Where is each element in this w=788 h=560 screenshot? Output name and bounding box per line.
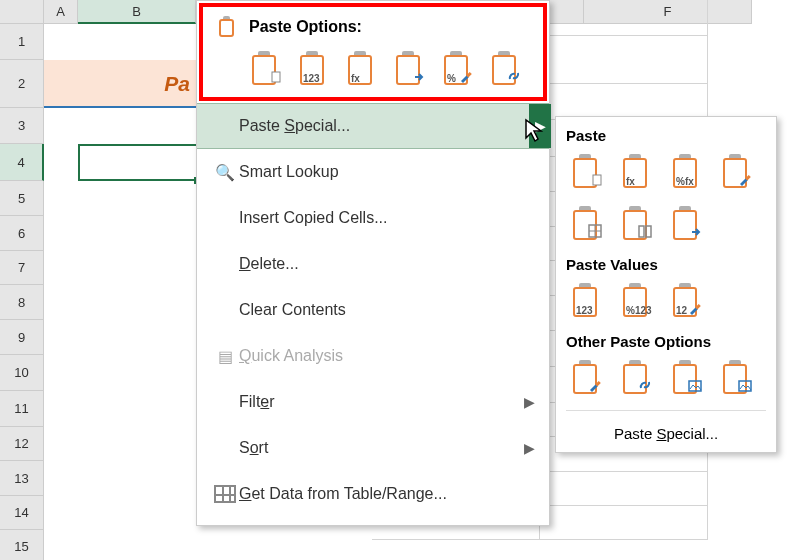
select-all-corner[interactable] [0,0,44,24]
sub-values-row: 123%12312 [566,279,766,331]
sub-paste-row2 [566,202,766,254]
cell[interactable] [540,506,708,540]
row-header-12[interactable]: 12 [0,427,44,461]
paste-all-icon[interactable] [566,152,606,192]
menu-sort-label: Sort [239,439,524,457]
paste-link-icon[interactable] [485,49,525,89]
svg-rect-0 [272,72,280,82]
row-header-7[interactable]: 7 [0,251,44,285]
paste-formulas-numfmt-icon[interactable]: %fx [666,152,706,192]
paste-options-header: Paste Options: [203,7,543,43]
row-header-15[interactable]: 15 [0,530,44,560]
chevron-right-icon: ▶ [524,440,535,456]
quick-analysis-icon: ▤ [211,347,239,366]
svg-rect-8 [646,226,651,237]
menu-insert-copied-label: Insert Copied Cells... [239,209,535,227]
cell[interactable] [540,0,708,36]
paste-formulas-icon[interactable]: fx [341,49,381,89]
svg-rect-2 [593,175,601,185]
paste-link-icon[interactable] [616,358,656,398]
sub-other-row [566,356,766,408]
sub-paste-header: Paste [566,125,766,150]
sub-other-header: Other Paste Options [566,331,766,356]
paste-values-srcfmt-icon[interactable]: 12 [666,281,706,321]
menu-get-data[interactable]: Get Data from Table/Range... [197,471,549,517]
row-header-1[interactable]: 1 [0,24,44,60]
paste-options-highlight: Paste Options: 123fx% [199,3,547,101]
sub-paste-row1: fx%fx [566,150,766,202]
row-header-3[interactable]: 3 [0,108,44,144]
row-header-13[interactable]: 13 [0,461,44,496]
paste-values-numfmt-icon[interactable]: %123 [616,281,656,321]
paste-keep-src-format-icon[interactable] [716,152,756,192]
menu-paste-special[interactable]: Paste Special... ▶ [197,103,549,149]
paste-options-row: 123fx% [203,43,543,97]
menu-paste-special-label: Paste Special... [239,117,527,135]
row-header-2[interactable]: 2 [0,60,44,108]
paste-formatting-icon[interactable] [566,358,606,398]
cell[interactable] [540,36,708,84]
menu-smart-lookup[interactable]: 🔍 Smart Lookup [197,149,549,195]
paste-formatting-icon[interactable]: % [437,49,477,89]
col-header-B[interactable]: B [78,0,196,24]
paste-keepcolwidth-icon[interactable] [616,204,656,244]
active-cell[interactable] [78,144,198,181]
row-header-9[interactable]: 9 [0,320,44,355]
menu-filter-label: Filter [239,393,524,411]
menu-quick-analysis-label: Quick Analysis [239,347,535,365]
paste-transpose-icon[interactable] [666,204,706,244]
merged-cell-title: Pa [44,60,196,108]
menu-sort[interactable]: Sort ▶ [197,425,549,471]
row-header-8[interactable]: 8 [0,285,44,320]
svg-rect-12 [739,381,751,391]
menu-get-data-label: Get Data from Table/Range... [239,485,535,503]
clipboard-icon [215,15,239,39]
row-header-5[interactable]: 5 [0,181,44,216]
context-menu: Paste Options: 123fx% Paste Special... ▶… [196,0,550,526]
cell[interactable] [540,84,708,120]
menu-filter[interactable]: Filter ▶ [197,379,549,425]
paste-icon[interactable] [245,49,285,89]
svg-rect-7 [639,226,644,237]
paste-options-label: Paste Options: [249,18,362,36]
search-icon: 🔍 [211,163,239,182]
row-header-14[interactable]: 14 [0,496,44,530]
table-icon [211,485,239,503]
paste-picture-icon[interactable] [666,358,706,398]
row-header-11[interactable]: 11 [0,391,44,427]
row-header-10[interactable]: 10 [0,355,44,391]
menu-quick-analysis: ▤ Quick Analysis [197,333,549,379]
menu-smart-lookup-label: Smart Lookup [239,163,535,181]
svg-rect-11 [689,381,701,391]
paste-formulas-icon[interactable]: fx [616,152,656,192]
paste-special-submenu: Paste fx%fx Paste Values 123%12312 Other… [555,116,777,453]
row-header-4[interactable]: 4 [0,144,44,181]
chevron-right-icon: ▶ [529,104,551,148]
menu-clear-contents[interactable]: Clear Contents [197,287,549,333]
paste-values-icon[interactable]: 123 [566,281,606,321]
menu-delete-label: Delete... [239,255,535,273]
row-headers: 123456789101112131415 [0,24,44,560]
cell[interactable] [540,472,708,506]
menu-delete[interactable]: Delete... [197,241,549,287]
spreadsheet-grid: A B C D E F 123456789101112131415 Pa Pas… [0,0,788,560]
paste-transpose-icon[interactable] [389,49,429,89]
paste-noborders-icon[interactable] [566,204,606,244]
paste-values-icon[interactable]: 123 [293,49,333,89]
paste-linked-picture-icon[interactable] [716,358,756,398]
row-header-6[interactable]: 6 [0,216,44,251]
sub-values-header: Paste Values [566,254,766,279]
menu-insert-copied-cells[interactable]: Insert Copied Cells... [197,195,549,241]
col-header-A[interactable]: A [44,0,78,24]
sub-paste-special-link[interactable]: Paste Special... [566,417,766,448]
chevron-right-icon: ▶ [524,394,535,410]
menu-clear-label: Clear Contents [239,301,535,319]
